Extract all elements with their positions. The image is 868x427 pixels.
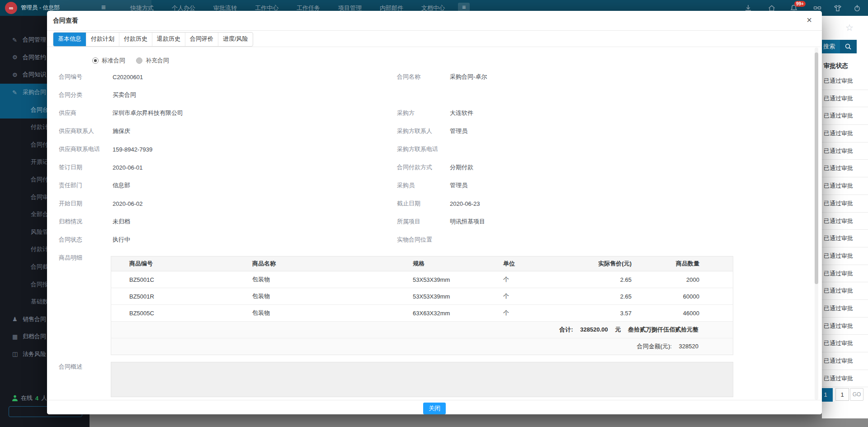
form-row: 合同分类 买卖合同	[59, 86, 389, 104]
cell-unit: 个	[503, 309, 576, 317]
background-table-panel: ☆ 搜索 审批状态 已通过审批已通过审批已通过审批已通过审批已通过审批已通过审批…	[822, 16, 868, 418]
cell-spec: 53X53X39mm	[413, 276, 503, 283]
modal-tab[interactable]: 退款历史	[152, 33, 185, 46]
modal-scrollbar-thumb[interactable]	[815, 52, 818, 284]
cell-product-name: 包装物	[252, 275, 413, 284]
field-value: 2020-06-02	[113, 200, 143, 207]
contract-type-radio[interactable]: 标准合同	[92, 57, 125, 65]
cell-product-name: 包装物	[252, 292, 413, 300]
close-icon[interactable]: ×	[804, 15, 815, 25]
modal-tab[interactable]: 付款历史	[119, 33, 152, 46]
approval-status-cell: 已通过审批	[822, 177, 868, 195]
field-label: 所属项目	[397, 218, 450, 226]
table-row: BZ5001C 包装物 53X53X39mm 个 2.65 2000	[111, 271, 733, 288]
sidebar-item-icon: ✎	[12, 37, 23, 43]
field-value: 执行中	[113, 236, 130, 244]
field-label: 合同名称	[397, 73, 450, 81]
approval-status-cell: 已通过审批	[822, 300, 868, 318]
form-row: 供应商 深圳市卓尔昇科技有限公司	[59, 104, 389, 122]
approval-status-cell: 已通过审批	[822, 265, 868, 283]
form-row: 采购方 大连软件	[397, 104, 813, 122]
table-row: BZ5005C 包装物 63X63X32mm 个 3.57 46000	[111, 305, 733, 322]
overview-textarea[interactable]	[111, 362, 733, 397]
contract-amount-value: 328520	[679, 343, 698, 350]
col-header: 商品编号	[111, 260, 252, 268]
modal-tabs: 基本信息付款计划付款历史退款历史合同评价进度/风险	[53, 32, 253, 47]
sidebar-item-icon: ▦	[12, 333, 23, 340]
form-row: 供应商联系人 施保庆	[59, 122, 389, 140]
approval-status-cell: 已通过审批	[822, 142, 868, 160]
field-value: C20200601	[113, 74, 143, 81]
form-row: 责任部门 信息部	[59, 176, 389, 195]
cell-unit: 个	[503, 292, 576, 300]
cell-product-code: BZ5001C	[111, 276, 252, 283]
field-label: 供应商联系电话	[59, 145, 113, 153]
contract-type-radio[interactable]: 补充合同	[136, 57, 169, 65]
approval-status-cell: 已通过审批	[822, 318, 868, 335]
sidebar-item-label: 销售合同	[23, 315, 46, 323]
form-row: 合同付款方式 分期付款	[397, 158, 813, 176]
col-header: 规格	[413, 260, 503, 268]
field-label: 供应商	[59, 109, 113, 117]
form-row: 供应商联系电话 159-8942-7939	[59, 140, 389, 158]
approval-status-cell: 已通过审批	[822, 160, 868, 177]
total-amount-capitals: 叁拾贰万捌仟伍佰贰拾元整	[628, 326, 698, 333]
modal-titlebar: 合同查看 ×	[47, 11, 822, 31]
field-value: 分期付款	[450, 163, 473, 171]
theme-shirt-icon[interactable]	[833, 4, 842, 13]
search-icon	[844, 43, 852, 50]
modal-tab[interactable]: 进度/风险	[218, 33, 253, 46]
power-logout-icon[interactable]	[853, 4, 862, 13]
cell-product-code: BZ5001R	[111, 293, 252, 300]
field-value: 大连软件	[450, 109, 473, 117]
col-header: 商品数量	[632, 260, 699, 268]
search-icon-button[interactable]	[840, 40, 857, 53]
go-button[interactable]: GO	[850, 388, 863, 401]
form-row	[397, 86, 813, 104]
sidebar-item-label: 合同知识	[23, 71, 46, 79]
app-root: ∞ 管理员 - 信息部 ≡ 快捷方式个人办公审批流转工作中心工作任务项目管理内部…	[0, 0, 868, 427]
table-row: BZ5001R 包装物 53X53X39mm 个 2.65 60000	[111, 288, 733, 305]
page-jump-input[interactable]	[835, 388, 849, 401]
form-row: 实物合同位置	[397, 231, 813, 249]
favorite-star-icon[interactable]: ☆	[845, 22, 854, 33]
field-label: 截止日期	[397, 199, 450, 208]
modal-tab[interactable]: 基本信息	[53, 33, 86, 46]
total-unit: 元	[615, 326, 621, 333]
field-label: 签订日期	[59, 163, 113, 171]
cell-quantity: 60000	[632, 293, 699, 300]
approval-status-cell: 已通过审批	[822, 352, 868, 370]
cell-product-name: 包装物	[252, 309, 413, 317]
approval-status-cell: 已通过审批	[822, 247, 868, 265]
col-header: 实际售价(元)	[576, 260, 632, 268]
cell-unit: 个	[503, 275, 576, 284]
field-label: 归档情况	[59, 218, 113, 226]
online-count: 4	[35, 395, 38, 402]
current-page-button[interactable]: 1	[822, 388, 833, 402]
table-header-row: 商品编号 商品名称 规格 单位 实际售价(元) 商品数量	[111, 256, 733, 271]
tabs-divider	[47, 47, 822, 47]
field-value: 买卖合同	[113, 91, 136, 99]
person-icon	[12, 395, 18, 401]
field-label: 采购方	[397, 109, 450, 117]
search-button[interactable]: 搜索	[822, 40, 840, 53]
field-value: 明讯恒基项目	[450, 218, 485, 226]
approval-status-column-header: 审批状态	[822, 59, 868, 72]
form-row: 合同状态 执行中	[59, 231, 389, 249]
form-row: 采购员 管理员	[397, 176, 813, 195]
cell-spec: 63X63X32mm	[413, 310, 503, 317]
sidebar-item-label: 合同签约	[23, 53, 46, 62]
close-button[interactable]: 关闭	[423, 403, 446, 414]
cell-price: 2.65	[576, 276, 632, 283]
form-left-column: 合同编号 C20200601 合同分类 买卖合同 供应商 深圳市卓尔昇科技有限公…	[59, 68, 389, 267]
field-label: 实物合同位置	[397, 236, 450, 244]
field-label: 责任部门	[59, 181, 113, 190]
modal-tab[interactable]: 付款计划	[86, 33, 119, 46]
field-label: 合同状态	[59, 236, 113, 244]
contract-view-modal: 合同查看 × 基本信息付款计划付款历史退款历史合同评价进度/风险 标准合同 补充…	[47, 11, 822, 414]
form-right-column: 合同名称 采购合同-卓尔 采购方 大连软件 采购方联系人 管理员	[397, 68, 813, 249]
contract-amount-label: 合同金额(元):	[637, 343, 672, 350]
product-detail-table: 商品编号 商品名称 规格 单位 实际售价(元) 商品数量 BZ5001C 包装物…	[111, 256, 733, 355]
approval-status-cell: 已通过审批	[822, 195, 868, 213]
modal-tab[interactable]: 合同评价	[185, 33, 218, 46]
